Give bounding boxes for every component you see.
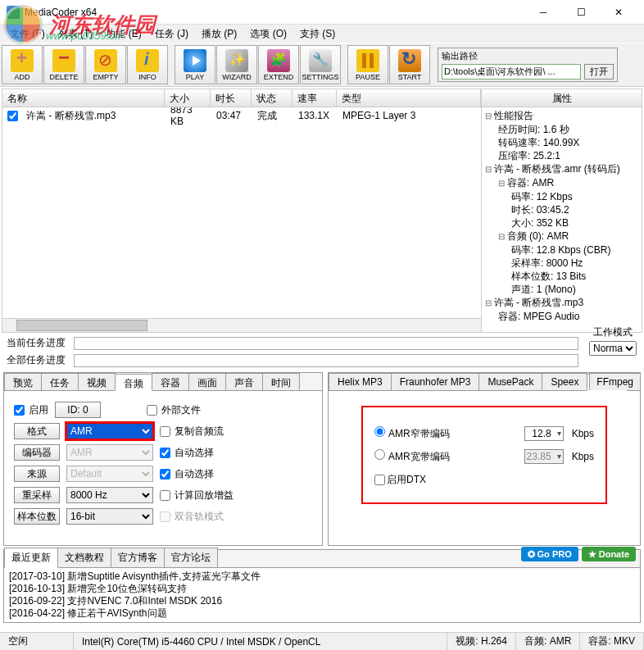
tab-picture[interactable]: 画面 bbox=[188, 373, 226, 390]
plus-icon bbox=[11, 49, 34, 72]
tab-forum[interactable]: 官方论坛 bbox=[164, 548, 218, 567]
col-status[interactable]: 状态 bbox=[252, 89, 293, 107]
delete-button[interactable]: DELETE bbox=[43, 45, 84, 84]
minimize-button[interactable]: ─ bbox=[524, 0, 562, 25]
right-tab-panel: Helix MP3 Fraunhofer MP3 MusePack Speex … bbox=[328, 372, 641, 546]
tab-fraunhofer[interactable]: Fraunhofer MP3 bbox=[391, 373, 480, 390]
app-icon bbox=[7, 6, 20, 19]
amr-narrow-value[interactable]: 12.8 bbox=[524, 426, 564, 441]
dtx-checkbox[interactable]: 启用DTX bbox=[374, 473, 426, 487]
tab-time[interactable]: 时间 bbox=[262, 373, 300, 390]
empty-button[interactable]: EMPTY bbox=[85, 45, 126, 84]
settings-icon bbox=[309, 49, 332, 72]
settings-button[interactable]: SETTINGS bbox=[300, 45, 341, 84]
auto2-checkbox[interactable]: 自动选择 bbox=[160, 467, 214, 481]
col-rate[interactable]: 速率 bbox=[293, 89, 337, 107]
news-item[interactable]: [2016-10-13] 新增完全10位色深转码支持 bbox=[9, 583, 635, 595]
tab-blog[interactable]: 官方博客 bbox=[111, 548, 165, 567]
toolbar: ADD DELETE EMPTY INFO PLAY WIZARD EXTEND… bbox=[0, 43, 644, 87]
menu-support[interactable]: 支持 (S) bbox=[293, 25, 342, 43]
add-button[interactable]: ADD bbox=[2, 45, 43, 84]
format-button[interactable]: 格式 bbox=[14, 423, 60, 439]
left-tab-panel: 预览 任务 视频 音频 容器 画面 声音 时间 启用 ID: 0 外部文件 格式… bbox=[3, 372, 323, 546]
status-bar: 空闲 Intel(R) Core(TM) i5-4460 CPU / Intel… bbox=[0, 632, 644, 650]
start-button[interactable]: START bbox=[389, 45, 430, 84]
pause-icon bbox=[356, 49, 379, 72]
horizontal-scrollbar[interactable] bbox=[2, 318, 481, 332]
tab-helix[interactable]: Helix MP3 bbox=[329, 373, 392, 390]
wizard-button[interactable]: WIZARD bbox=[216, 45, 257, 84]
row-checkbox[interactable] bbox=[7, 111, 18, 121]
news-item[interactable]: [2016-09-22] 支持NVENC 7.0和Intel MSDK 2016 bbox=[9, 595, 635, 607]
output-path-input[interactable] bbox=[442, 64, 581, 80]
menu-file[interactable]: 文件 (F) bbox=[3, 25, 52, 43]
source-button[interactable]: 来源 bbox=[14, 466, 60, 482]
menu-function[interactable]: 功能 (E) bbox=[99, 25, 147, 43]
menu-option[interactable]: 选项 (O) bbox=[243, 25, 293, 43]
id-button[interactable]: ID: 0 bbox=[55, 402, 101, 418]
external-checkbox[interactable]: 外部文件 bbox=[147, 403, 201, 417]
output-open-button[interactable]: 打开 bbox=[584, 64, 614, 80]
news-item[interactable]: [2016-04-22] 修正若干AVISynth问题 bbox=[9, 607, 635, 620]
col-name[interactable]: 名称 bbox=[2, 89, 165, 107]
col-duration[interactable]: 时长 bbox=[211, 89, 252, 107]
tree-source[interactable]: 许嵩 - 断桥残雪.mp3 bbox=[483, 296, 642, 310]
close-button[interactable]: ✕ bbox=[600, 0, 637, 25]
file-list: 名称 大小 时长 状态 速率 类型 许嵩 - 断桥残雪.mp3 8873 KB … bbox=[2, 89, 482, 332]
menu-play[interactable]: 播放 (P) bbox=[195, 25, 243, 43]
info-button[interactable]: INFO bbox=[127, 45, 168, 84]
status-video: 视频: H.264 bbox=[447, 633, 516, 650]
tab-preview[interactable]: 预览 bbox=[4, 373, 42, 390]
tab-task[interactable]: 任务 bbox=[41, 373, 79, 390]
output-label: 输出路径 bbox=[442, 50, 614, 62]
news-item[interactable]: [2017-03-10] 新增Suptitle Avisynth插件,支持蓝光字… bbox=[9, 570, 635, 583]
resample-select[interactable]: 8000 Hz bbox=[66, 487, 153, 503]
tab-video[interactable]: 视频 bbox=[78, 373, 116, 390]
tab-news[interactable]: 最近更新 bbox=[4, 548, 58, 568]
all-progress-label: 全部任务进度 bbox=[7, 353, 69, 367]
copy-checkbox[interactable]: 复制音频流 bbox=[160, 425, 224, 439]
amr-narrow-radio[interactable]: AMR窄带编码 bbox=[374, 426, 450, 441]
output-path-box: 输出路径 打开 bbox=[438, 48, 618, 82]
info-icon bbox=[136, 49, 159, 72]
extend-button[interactable]: EXTEND bbox=[258, 45, 299, 84]
donate-badge[interactable]: ★ Donate bbox=[582, 547, 636, 561]
menu-list[interactable]: 列表 (T) bbox=[52, 25, 100, 43]
gain-checkbox[interactable]: 计算回放增益 bbox=[160, 489, 234, 502]
tab-speex[interactable]: Speex bbox=[542, 373, 587, 390]
tab-audio[interactable]: 音频 bbox=[115, 374, 152, 391]
properties-title: 属性 bbox=[482, 89, 642, 107]
maximize-button[interactable]: ☐ bbox=[562, 0, 600, 25]
tab-sound[interactable]: 声音 bbox=[225, 373, 263, 390]
samplebits-select[interactable]: 16-bit bbox=[66, 508, 153, 525]
workmode-select[interactable]: Normal bbox=[589, 341, 637, 356]
current-progress-bar bbox=[74, 337, 578, 350]
enable-checkbox[interactable]: 启用 bbox=[14, 403, 48, 417]
table-row[interactable]: 许嵩 - 断桥残雪.mp3 8873 KB 03:47 完成 133.1X MP… bbox=[2, 107, 481, 124]
amr-wide-value: 23.85 bbox=[524, 449, 564, 464]
encoder-button[interactable]: 编码器 bbox=[14, 444, 60, 461]
tab-ffmpeg[interactable]: FFmpeg bbox=[589, 373, 641, 390]
play-button[interactable]: PLAY bbox=[175, 45, 215, 84]
tree-output[interactable]: 许嵩 - 断桥残雪.amr (转码后) bbox=[483, 162, 642, 176]
pause-button[interactable]: PAUSE bbox=[347, 45, 388, 84]
menu-task[interactable]: 任务 (J) bbox=[148, 25, 195, 43]
minus-icon bbox=[52, 49, 75, 72]
col-type[interactable]: 类型 bbox=[337, 89, 481, 107]
tab-container[interactable]: 容器 bbox=[152, 373, 189, 390]
tab-musepack[interactable]: MusePack bbox=[478, 373, 542, 390]
samplebits-button[interactable]: 样本位数 bbox=[14, 508, 60, 525]
dual-checkbox: 双音轨模式 bbox=[160, 510, 224, 524]
resample-button[interactable]: 重采样 bbox=[14, 487, 60, 503]
auto1-checkbox[interactable]: 自动选择 bbox=[160, 446, 214, 460]
properties-panel: 属性 性能报告 经历时间: 1.6 秒 转码速率: 140.99X 压缩率: 2… bbox=[482, 89, 642, 332]
col-size[interactable]: 大小 bbox=[165, 89, 211, 107]
source-select: Default bbox=[66, 466, 153, 482]
go-pro-badge[interactable]: ✪ Go PRO bbox=[521, 547, 578, 561]
format-select[interactable]: AMR bbox=[66, 423, 153, 439]
tree-perf[interactable]: 性能报告 bbox=[483, 109, 642, 123]
amr-wide-radio[interactable]: AMR宽带编码 bbox=[374, 449, 450, 464]
empty-icon bbox=[94, 49, 117, 72]
menu-bar: 文件 (F) 列表 (T) 功能 (E) 任务 (J) 播放 (P) 选项 (O… bbox=[0, 25, 644, 43]
tab-docs[interactable]: 文档教程 bbox=[57, 548, 111, 567]
